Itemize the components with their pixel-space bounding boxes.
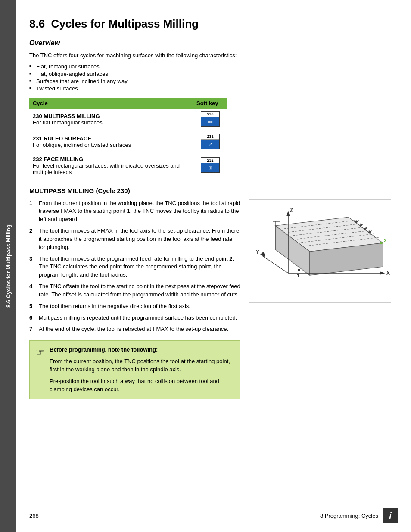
svg-text:2: 2: [384, 238, 386, 243]
main-content: 8.6 Cycles for Multipass Milling Overvie…: [16, 0, 411, 532]
page-number: 268: [29, 513, 39, 519]
svg-text:Y: Y: [256, 249, 259, 255]
step-6: 6 Multipass milling is repeated until th…: [29, 314, 240, 322]
cycle-desc-1: For flat rectangular surfaces: [33, 119, 190, 126]
overview-heading: Overview: [29, 39, 398, 47]
step-5: 5 The tool then returns in the negative …: [29, 302, 240, 311]
cycle-name-2: 231 RULED SURFACE: [33, 135, 190, 142]
table-cell-softkey2: 231 ↗: [193, 131, 227, 153]
note-para-2: Pre-position the tool in such a way that…: [50, 377, 234, 394]
multipass-heading: MULTIPASS MILLING (Cycle 230): [29, 187, 398, 194]
note-title-text: Before programming, note the following:: [50, 346, 234, 354]
sidebar-label: 8.6 Cycles for Multipass Milling: [0, 0, 16, 532]
cycle-table: Cycle Soft key 230 MULTIPASS MILLING For…: [29, 98, 227, 178]
note-icon: ☞: [36, 347, 44, 393]
svg-text:Z: Z: [290, 207, 293, 213]
step-2: 2 The tool then moves at FMAX in the too…: [29, 227, 240, 252]
page-footer: 268 8 Programming: Cycles i: [29, 508, 398, 523]
step-1: 1 From the current position in the worki…: [29, 199, 240, 224]
cycle-desc-2: For oblique, inclined or twisted surface…: [33, 142, 190, 148]
softkey-232: 232 ⊞: [201, 157, 220, 173]
table-cell-cycle2: 231 RULED SURFACE For oblique, inclined …: [29, 131, 193, 153]
diagram-container: Z Y X 1 2: [249, 199, 395, 399]
cycle-name-3: 232 FACE MILLING: [33, 156, 190, 162]
steps-list: 1 From the current position in the worki…: [29, 199, 240, 334]
diagram-box: Z Y X 1 2: [249, 199, 391, 303]
ref-1: 1: [127, 208, 130, 214]
step-7: 7 At the end of the cycle, the tool is r…: [29, 325, 240, 333]
overview-intro: The TNC offers four cycles for machining…: [29, 51, 398, 60]
table-cell-cycle1: 230 MULTIPASS MILLING For flat rectangul…: [29, 109, 193, 131]
table-cell-softkey1: 230 ≡≡: [193, 109, 227, 131]
table-cell-softkey3: 232 ⊞: [193, 153, 227, 178]
page-title: 8.6 Cycles for Multipass Milling: [29, 17, 398, 31]
table-row: 232 FACE MILLING For level rectangular s…: [29, 153, 227, 178]
softkey-num-231: 231: [201, 134, 219, 140]
softkey-230: 230 ≡≡: [201, 111, 220, 127]
footer-right-text: 8 Programming: Cycles: [320, 513, 378, 519]
softkey-num-232: 232: [201, 158, 219, 164]
bullet-1: Flat, rectangular surfaces: [29, 63, 398, 70]
step-3: 3 The tool then moves at the programmed …: [29, 255, 240, 280]
note-content: Before programming, note the following: …: [50, 346, 234, 393]
softkey-num-230: 230: [201, 112, 219, 118]
softkey-icon-232: ⊞: [201, 163, 219, 172]
svg-point-25: [380, 242, 383, 244]
svg-text:X: X: [386, 270, 390, 276]
info-badge: i: [383, 508, 398, 523]
steps-left: 1 From the current position in the worki…: [29, 199, 240, 399]
softkey-icon-231: ↗: [201, 140, 219, 148]
sidebar-text: 8.6 Cycles for Multipass Milling: [5, 224, 12, 308]
diagram-svg: Z Y X 1 2: [249, 200, 391, 303]
cycle-name-1: 230 MULTIPASS MILLING: [33, 113, 190, 119]
svg-point-23: [298, 269, 300, 271]
overview-bullets: Flat, rectangular surfaces Flat, oblique…: [29, 63, 398, 92]
bullet-3: Surfaces that are inclined in any way: [29, 78, 398, 84]
note-box: ☞ Before programming, note the following…: [29, 340, 240, 399]
cycle-desc-3: For level rectangular surfaces, with ind…: [33, 162, 190, 175]
table-col-cycle: Cycle: [29, 98, 193, 109]
note-para-1: From the current position, the TNC posit…: [50, 358, 234, 374]
bullet-2: Flat, oblique-angled surfaces: [29, 71, 398, 77]
step-4: 4 The TNC offsets the tool to the starti…: [29, 283, 240, 299]
table-row: 231 RULED SURFACE For oblique, inclined …: [29, 131, 227, 153]
svg-text:1: 1: [297, 273, 299, 278]
table-row: 230 MULTIPASS MILLING For flat rectangul…: [29, 109, 227, 131]
table-cell-cycle3: 232 FACE MILLING For level rectangular s…: [29, 153, 193, 178]
steps-section: 1 From the current position in the worki…: [29, 199, 398, 399]
softkey-icon-230: ≡≡: [201, 117, 219, 126]
bullet-4: Twisted surfaces: [29, 85, 398, 92]
table-col-softkey: Soft key: [193, 98, 227, 109]
softkey-231: 231 ↗: [201, 134, 220, 149]
